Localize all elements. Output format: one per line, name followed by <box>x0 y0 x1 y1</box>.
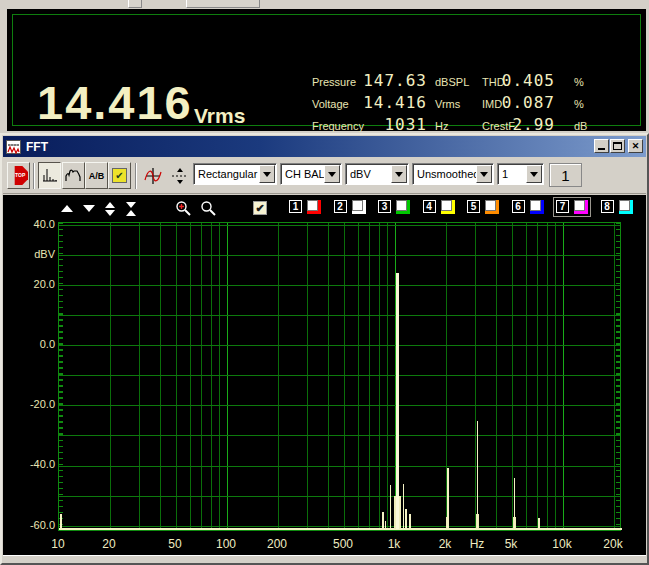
voltage-big-unit: Vrms <box>194 104 245 128</box>
channel-color-checkbox[interactable] <box>307 200 321 214</box>
gridline-vertical <box>227 223 228 530</box>
gridline-horizontal <box>59 345 620 346</box>
spectrum-peak-5155hz <box>514 478 516 528</box>
options-checklist-button[interactable]: ✔ <box>108 162 131 189</box>
dropdown-value: Rectangular <box>198 168 257 180</box>
zoom-in-button[interactable] <box>175 200 192 217</box>
minimize-button[interactable] <box>594 139 609 153</box>
channel-number-button[interactable]: 2 <box>334 200 347 213</box>
signal-generator-button[interactable] <box>141 163 165 188</box>
amplitude-units-dropdown[interactable]: dBV <box>345 163 409 185</box>
channel-4-selector[interactable]: 4 <box>423 200 457 216</box>
channel-number-button[interactable]: 5 <box>467 200 480 213</box>
chevron-down-icon[interactable] <box>476 165 492 183</box>
gridline-vertical <box>547 223 548 530</box>
window-title: FFT <box>26 140 48 154</box>
scale-up-button[interactable] <box>59 202 74 215</box>
channel-number-button[interactable]: 8 <box>601 200 614 213</box>
spectrum-left-edge-rise <box>60 514 62 529</box>
x-tick-label: 100 <box>204 537 248 551</box>
spectrum-peak-1160hz <box>405 509 407 529</box>
channel-8-selector[interactable]: 8 <box>601 200 635 216</box>
compress-scale-button[interactable] <box>123 202 138 215</box>
channel-color-checkbox[interactable] <box>574 200 588 214</box>
metric-unit: % <box>574 98 584 110</box>
spectrum-display-button[interactable] <box>38 162 61 189</box>
close-button[interactable]: ✕ <box>628 139 643 153</box>
scale-down-button[interactable] <box>81 202 96 215</box>
fft-window: FFT ✕ STOP A/B ✔ <box>0 133 649 565</box>
channel-2-selector[interactable]: 2 <box>334 200 368 216</box>
time-series-display-button[interactable] <box>62 162 85 189</box>
channel-5-selector[interactable]: 5 <box>467 200 501 216</box>
toolbar-separator <box>135 163 137 189</box>
channel-1-selector[interactable]: 1 <box>289 200 323 216</box>
gridline-horizontal <box>59 225 620 226</box>
averages-dropdown[interactable]: 1 <box>497 163 544 185</box>
metric-row: Voltage14.416VrmsIMD0.087% <box>312 93 612 115</box>
dropdown-value: dBV <box>350 168 371 180</box>
channel-number-button[interactable]: 4 <box>423 200 436 213</box>
x-tick-label: 1k <box>372 537 416 551</box>
zoom-out-button[interactable] <box>200 200 217 217</box>
gridline-vertical <box>344 223 345 530</box>
channel-color-checkbox[interactable] <box>441 200 455 214</box>
metric-value: 14.416 <box>357 93 427 112</box>
spectrum-peak-1230hz <box>409 514 411 529</box>
sliver-button <box>128 0 142 8</box>
dropdown-value: Unsmoothed <box>417 168 479 180</box>
stop-button[interactable]: STOP <box>7 162 30 189</box>
expand-scale-button[interactable] <box>102 202 117 215</box>
gridline-vertical <box>190 223 191 530</box>
spectrum-peak-2062hz <box>447 468 449 529</box>
window-bottom-border <box>3 555 646 562</box>
metric-value: 0.405 <box>497 71 555 90</box>
channel-7-selector[interactable]: 7 <box>556 200 590 216</box>
channel-number-button[interactable]: 7 <box>556 200 569 213</box>
fit-trace-icon <box>170 167 190 185</box>
gridline-horizontal <box>59 496 620 497</box>
title-bar[interactable]: FFT ✕ <box>3 136 646 157</box>
spectrum-peak-940hz <box>390 485 392 529</box>
screen: 14.416 Vrms Pressure147.63dBSPLTHD0.405%… <box>0 0 649 565</box>
x-tick-label: 500 <box>321 537 365 551</box>
plot-canvas[interactable] <box>58 222 621 531</box>
metric-unit: Hz <box>435 120 448 132</box>
channel-6-selector[interactable]: 6 <box>512 200 546 216</box>
smoothing-dropdown[interactable]: Unsmoothed <box>412 163 494 185</box>
channel-color-checkbox[interactable] <box>530 200 544 214</box>
zoom-in-icon <box>175 200 192 217</box>
chevron-down-icon[interactable] <box>259 165 275 183</box>
channel-number-button[interactable]: 3 <box>378 200 391 213</box>
stop-icon: STOP <box>9 166 28 185</box>
channel-color-checkbox[interactable] <box>619 200 633 214</box>
window-function-dropdown[interactable]: Rectangular <box>193 163 277 185</box>
x-axis-unit-label: Hz <box>455 537 499 551</box>
x-tick-label: 20k <box>591 537 635 551</box>
left-minor-ticks <box>59 223 63 530</box>
sine-axes-icon <box>143 167 163 185</box>
chevron-down-icon[interactable] <box>526 165 542 183</box>
x-tick-label: 50 <box>153 537 197 551</box>
x-tick-label: 200 <box>255 537 299 551</box>
channel-number-button[interactable]: 6 <box>512 200 525 213</box>
spectrum-peak-7217hz <box>538 518 540 529</box>
scope-fit-button[interactable] <box>168 163 192 188</box>
spectrum-peak-1031hz <box>396 273 399 529</box>
input-channel-dropdown[interactable]: CH BAL <box>280 163 342 185</box>
gridline-vertical <box>358 223 359 530</box>
channel-color-checkbox[interactable] <box>352 200 366 214</box>
chevron-down-icon[interactable] <box>324 165 340 183</box>
channel-number-button[interactable]: 1 <box>289 200 302 213</box>
gridline-vertical <box>160 223 161 530</box>
ab-compare-button[interactable]: A/B <box>85 162 108 189</box>
chevron-down-icon[interactable] <box>391 165 407 183</box>
metric-unit: Vrms <box>435 98 460 110</box>
overlays-enable-checkbox[interactable]: ✔ <box>253 201 267 215</box>
channel-color-checkbox[interactable] <box>396 200 410 214</box>
metric-unit: dBSPL <box>435 76 469 88</box>
channel-color-checkbox[interactable] <box>485 200 499 214</box>
gridline-horizontal <box>59 255 620 256</box>
maximize-button[interactable] <box>610 139 625 153</box>
channel-3-selector[interactable]: 3 <box>378 200 412 216</box>
